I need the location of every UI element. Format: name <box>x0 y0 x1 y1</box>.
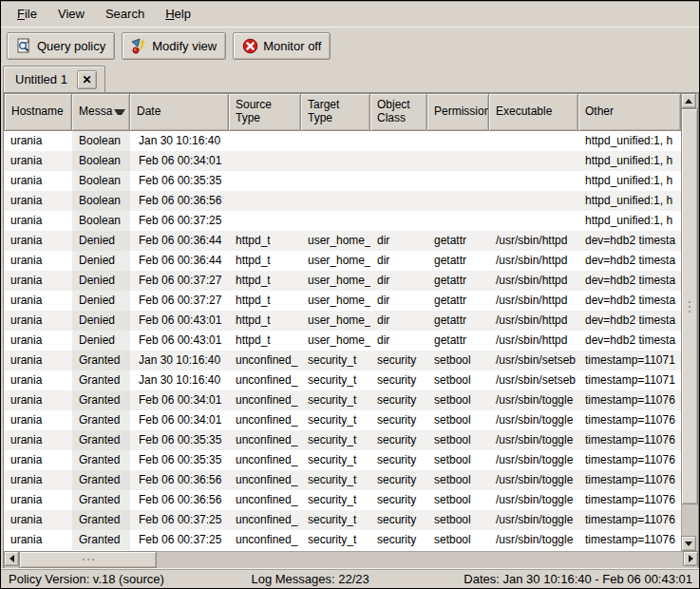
table-row[interactable]: uraniaDeniedFeb 06 00:37:27httpd_tuser_h… <box>4 271 681 291</box>
scroll-down-button[interactable] <box>681 536 696 551</box>
table-row[interactable]: uraniaDeniedFeb 06 00:36:44httpd_tuser_h… <box>4 231 681 251</box>
cell-executable: /usr/sbin/httpd <box>489 331 578 351</box>
query-policy-icon <box>16 38 32 54</box>
cell-executable: /usr/sbin/httpd <box>489 311 578 331</box>
table-row[interactable]: uraniaDeniedFeb 06 00:43:01httpd_tuser_h… <box>4 311 681 331</box>
column-header-date[interactable]: Date <box>130 93 229 131</box>
cell-permission <box>427 191 489 211</box>
cell-hostname: urania <box>4 390 72 410</box>
table-row[interactable]: uraniaBooleanJan 30 10:16:40httpd_unifie… <box>4 131 681 151</box>
column-header-label: Permission <box>434 105 489 119</box>
column-header-hostname[interactable]: Hostname <box>4 93 72 131</box>
menu-help[interactable]: Help <box>155 2 201 26</box>
horizontal-scrollbar-thumb[interactable] <box>19 551 157 568</box>
cell-source-type: unconfined_ <box>229 470 301 490</box>
cell-other: httpd_unified:1, h <box>578 171 681 191</box>
cell-target-type: security_t <box>301 430 370 450</box>
cell-permission: getattr <box>427 291 489 311</box>
table-row[interactable]: uraniaGrantedFeb 06 00:35:35unconfined_s… <box>4 450 681 470</box>
cell-source-type: unconfined_ <box>229 430 301 450</box>
cell-target-type <box>301 211 370 231</box>
cell-date: Feb 06 00:34:01 <box>130 410 229 430</box>
cell-source-type <box>229 171 301 191</box>
query-policy-button[interactable]: Query policy <box>7 32 115 60</box>
cell-permission: setbool <box>427 390 489 410</box>
cell-target-type: user_home_ <box>301 251 370 271</box>
cell-object-class: security <box>370 490 427 510</box>
table-row[interactable]: uraniaDeniedFeb 06 00:43:01httpd_tuser_h… <box>4 331 681 351</box>
cell-target-type: user_home_ <box>301 311 370 331</box>
cell-other: timestamp=11076 <box>578 530 681 550</box>
scroll-left-button[interactable] <box>4 551 19 566</box>
close-icon[interactable]: ✕ <box>77 70 97 89</box>
table-row[interactable]: uraniaGrantedFeb 06 00:36:56unconfined_s… <box>4 470 681 490</box>
cell-hostname: urania <box>4 291 72 311</box>
table-row[interactable]: uraniaDeniedFeb 06 00:36:44httpd_tuser_h… <box>4 251 681 271</box>
toolbar: Query policyModify viewMonitor off <box>1 28 699 64</box>
cell-hostname: urania <box>4 351 72 370</box>
cell-date: Feb 06 00:36:44 <box>130 251 229 271</box>
arrow-down-icon <box>685 542 692 546</box>
cell-target-type: user_home_ <box>301 231 370 251</box>
cell-hostname: urania <box>4 251 72 271</box>
grip-icon <box>689 306 691 308</box>
vertical-scrollbar-thumb[interactable] <box>681 108 698 504</box>
monitor-off-icon <box>242 38 258 54</box>
modify-view-button[interactable]: Modify view <box>122 32 226 60</box>
sort-desc-icon <box>114 109 125 115</box>
cell-object-class: security <box>370 351 427 370</box>
menu-search[interactable]: Search <box>95 2 155 26</box>
scroll-right-button[interactable] <box>683 551 698 566</box>
column-header-label: Messa <box>79 105 112 119</box>
cell-executable <box>489 131 578 151</box>
table-row[interactable]: uraniaGrantedJan 30 10:16:40unconfined_s… <box>4 370 681 390</box>
monitor-off-button[interactable]: Monitor off <box>233 32 331 60</box>
table-row[interactable]: uraniaBooleanFeb 06 00:35:35httpd_unifie… <box>4 171 681 191</box>
cell-hostname: urania <box>4 510 72 530</box>
table-row[interactable]: uraniaGrantedFeb 06 00:34:01unconfined_s… <box>4 410 681 430</box>
table-row[interactable]: uraniaGrantedFeb 06 00:36:56unconfined_s… <box>4 490 681 510</box>
column-header-permission[interactable]: Permission <box>427 93 489 131</box>
vertical-scrollbar[interactable] <box>681 93 698 551</box>
menu-file[interactable]: File <box>7 2 47 26</box>
menu-view[interactable]: View <box>47 2 95 26</box>
table-row[interactable]: uraniaGrantedJan 30 10:16:40unconfined_s… <box>4 351 681 370</box>
table-row[interactable]: uraniaDeniedFeb 06 00:37:27httpd_tuser_h… <box>4 291 681 311</box>
table-row[interactable]: uraniaBooleanFeb 06 00:34:01httpd_unifie… <box>4 151 681 171</box>
table-row[interactable]: uraniaBooleanFeb 06 00:36:56httpd_unifie… <box>4 191 681 211</box>
cell-object-class: security <box>370 470 427 490</box>
tab-untitled-1[interactable]: Untitled 1 ✕ <box>3 66 105 92</box>
cell-date: Feb 06 00:37:27 <box>130 291 229 311</box>
table-row[interactable]: uraniaGrantedFeb 06 00:34:01unconfined_s… <box>4 390 681 410</box>
cell-target-type: security_t <box>301 390 370 410</box>
arrow-up-icon <box>685 99 692 104</box>
cell-source-type <box>229 211 301 231</box>
table-row[interactable]: uraniaGrantedFeb 06 00:37:25unconfined_s… <box>4 510 681 530</box>
table-row[interactable]: uraniaGrantedFeb 06 00:35:35unconfined_s… <box>4 430 681 450</box>
column-header-messa[interactable]: Messa <box>72 93 130 131</box>
cell-target-type: security_t <box>301 351 370 370</box>
cell-other: timestamp=11076 <box>578 470 681 490</box>
grip-icon <box>87 559 89 560</box>
column-header-executable[interactable]: Executable <box>489 93 578 131</box>
toolbar-button-label: Monitor off <box>263 39 321 53</box>
cell-hostname: urania <box>4 470 72 490</box>
table-row[interactable]: uraniaGrantedFeb 06 00:37:25unconfined_s… <box>4 530 681 550</box>
column-header-object-class[interactable]: Object Class <box>370 93 427 131</box>
column-header-other[interactable]: Other <box>578 93 681 131</box>
cell-target-type: user_home_ <box>301 271 370 291</box>
column-header-target-type[interactable]: Target Type <box>301 93 370 131</box>
cell-date: Feb 06 00:35:35 <box>130 171 229 191</box>
cell-target-type <box>301 191 370 211</box>
scroll-up-button[interactable] <box>681 93 696 108</box>
cell-object-class <box>370 191 427 211</box>
cell-hostname: urania <box>4 191 72 211</box>
cell-permission: getattr <box>427 231 489 251</box>
cell-date: Jan 30 10:16:40 <box>130 131 229 151</box>
cell-date: Feb 06 00:37:27 <box>130 271 229 291</box>
column-header-label: Hostname <box>11 105 64 119</box>
horizontal-scrollbar[interactable] <box>4 551 698 568</box>
column-header-source-type[interactable]: Source Type <box>229 93 301 131</box>
table-row[interactable]: uraniaBooleanFeb 06 00:37:25httpd_unifie… <box>4 211 681 231</box>
tab-bar: Untitled 1 ✕ <box>1 64 699 92</box>
